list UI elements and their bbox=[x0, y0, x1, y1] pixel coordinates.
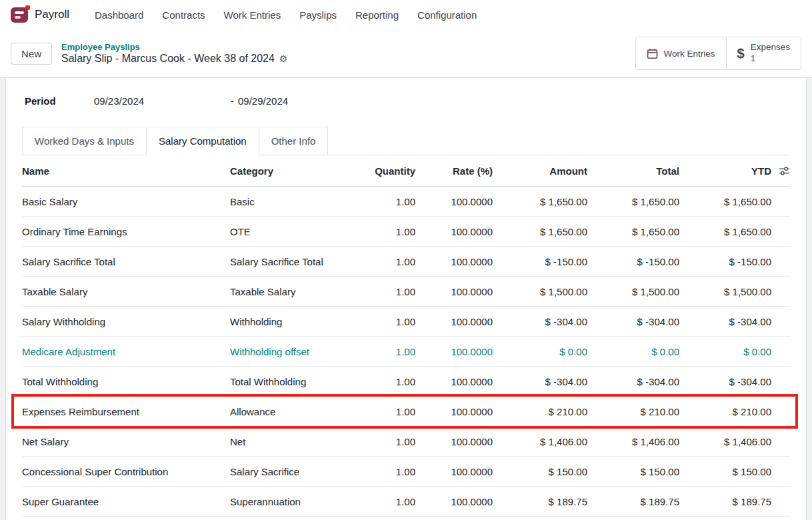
period-end-field[interactable]: 09/29/2024 bbox=[238, 95, 288, 107]
cell-amount: $ -304.00 bbox=[493, 376, 587, 387]
cell-rate: 100.0000 bbox=[415, 196, 493, 207]
content-area: Period 09/23/2024 - 09/29/2024 Worked Da… bbox=[0, 77, 812, 520]
period-label: Period bbox=[25, 95, 94, 107]
cell-category: OTE bbox=[230, 226, 331, 237]
cell-name: Medicare Adjustment bbox=[22, 346, 230, 357]
cell-rate: 100.0000 bbox=[415, 226, 493, 237]
cell-name: Salary Sacrifice Total bbox=[22, 256, 230, 267]
column-header-name[interactable]: Name bbox=[22, 165, 230, 177]
control-panel: New Employee Payslips Salary Slip - Marc… bbox=[0, 29, 812, 77]
cell-amount: $ 210.00 bbox=[493, 406, 587, 417]
table-row[interactable]: Medicare AdjustmentWithholding offset1.0… bbox=[22, 337, 790, 367]
cell-ytd: $ 1,406.00 bbox=[679, 436, 771, 447]
cell-amount: $ 1,650.00 bbox=[493, 196, 587, 207]
cell-quantity: 1.00 bbox=[331, 406, 415, 417]
nav-item-reporting[interactable]: Reporting bbox=[349, 5, 405, 25]
new-button[interactable]: New bbox=[11, 43, 52, 65]
table-row[interactable]: Expenses ReimbursementAllowance1.00100.0… bbox=[22, 397, 790, 427]
table-body: Basic SalaryBasic1.00100.0000$ 1,650.00$… bbox=[22, 187, 790, 517]
expenses-button[interactable]: $ Expenses 1 bbox=[727, 37, 801, 70]
cell-name: Expenses Reimbursement bbox=[22, 406, 230, 417]
cell-total: $ 210.00 bbox=[587, 406, 679, 417]
top-nav: Payroll DashboardContractsWork EntriesPa… bbox=[0, 0, 812, 29]
cell-rate: 100.0000 bbox=[415, 346, 493, 357]
cell-total: $ -304.00 bbox=[587, 376, 679, 387]
cell-ytd: $ 0.00 bbox=[679, 346, 771, 357]
expenses-label: Expenses bbox=[751, 42, 790, 53]
cell-quantity: 1.00 bbox=[331, 346, 415, 357]
table-row[interactable]: Salary Sacrifice TotalSalary Sacrifice T… bbox=[22, 247, 790, 277]
cell-rate: 100.0000 bbox=[415, 436, 493, 447]
notification-dot bbox=[25, 5, 30, 10]
column-header-rate[interactable]: Rate (%) bbox=[415, 165, 493, 177]
table-row[interactable]: Salary WithholdingWithholding1.00100.000… bbox=[22, 307, 790, 337]
work-entries-button[interactable]: Work Entries bbox=[635, 37, 727, 70]
cell-quantity: 1.00 bbox=[331, 376, 415, 387]
nav-item-payslips[interactable]: Payslips bbox=[293, 5, 343, 25]
cell-quantity: 1.00 bbox=[331, 436, 415, 447]
nav-item-configuration[interactable]: Configuration bbox=[411, 5, 483, 25]
cell-quantity: 1.00 bbox=[331, 496, 415, 507]
cell-total: $ 1,650.00 bbox=[587, 226, 679, 237]
table-row[interactable]: Taxable SalaryTaxable Salary1.00100.0000… bbox=[22, 277, 790, 307]
cell-ytd: $ 1,650.00 bbox=[679, 196, 771, 207]
cell-quantity: 1.00 bbox=[331, 316, 415, 327]
period-separator: - bbox=[231, 95, 234, 107]
cell-rate: 100.0000 bbox=[415, 376, 493, 387]
cell-quantity: 1.00 bbox=[331, 466, 415, 477]
cell-quantity: 1.00 bbox=[331, 196, 415, 207]
cell-category: Superannuation bbox=[230, 496, 331, 507]
cell-name: Concessional Super Contribution bbox=[22, 466, 230, 477]
cell-ytd: $ 189.75 bbox=[679, 496, 771, 507]
payroll-app-icon[interactable] bbox=[11, 7, 28, 23]
optional-columns-icon[interactable] bbox=[779, 166, 790, 176]
stat-button-group: Work Entries $ Expenses 1 bbox=[635, 37, 801, 70]
table-row[interactable]: Total WithholdingTotal Withholding1.0010… bbox=[22, 367, 790, 397]
breadcrumb: Employee Payslips Salary Slip - Marcus C… bbox=[61, 42, 287, 65]
cell-quantity: 1.00 bbox=[331, 256, 415, 267]
period-start-field[interactable]: 09/23/2024 bbox=[94, 95, 231, 107]
table-row[interactable]: Ordinary Time EarningsOTE1.00100.0000$ 1… bbox=[22, 217, 790, 247]
cell-rate: 100.0000 bbox=[415, 286, 493, 297]
tab-salary-computation[interactable]: Salary Computation bbox=[147, 127, 259, 155]
cell-amount: $ 0.00 bbox=[493, 346, 587, 357]
cell-ytd: $ -304.00 bbox=[679, 376, 771, 387]
column-header-quantity[interactable]: Quantity bbox=[331, 165, 415, 177]
nav-item-dashboard[interactable]: Dashboard bbox=[88, 5, 150, 25]
table-row[interactable]: Super GuaranteeSuperannuation1.00100.000… bbox=[22, 487, 790, 517]
app-name[interactable]: Payroll bbox=[35, 8, 69, 21]
cell-name: Total Withholding bbox=[22, 376, 230, 387]
nav-item-work-entries[interactable]: Work Entries bbox=[217, 5, 288, 25]
calendar-icon bbox=[647, 48, 658, 59]
table-row[interactable]: Net SalaryNet1.00100.0000$ 1,406.00$ 1,4… bbox=[22, 427, 790, 457]
expenses-count: 1 bbox=[751, 53, 756, 65]
tab-other-info[interactable]: Other Info bbox=[259, 127, 329, 155]
nav-item-contracts[interactable]: Contracts bbox=[155, 5, 211, 25]
cell-total: $ 1,650.00 bbox=[587, 196, 679, 207]
column-header-category[interactable]: Category bbox=[230, 165, 331, 177]
cell-category: Salary Sacrifice bbox=[230, 466, 331, 477]
cell-name: Super Guarantee bbox=[22, 496, 230, 507]
cell-amount: $ 1,500.00 bbox=[493, 286, 587, 297]
cell-amount: $ 189.75 bbox=[493, 496, 587, 507]
column-header-total[interactable]: Total bbox=[587, 165, 679, 177]
optional-columns-cell bbox=[771, 166, 790, 176]
cell-category: Withholding offset bbox=[230, 346, 331, 357]
cell-total: $ -150.00 bbox=[587, 256, 679, 267]
table-row[interactable]: Concessional Super ContributionSalary Sa… bbox=[22, 457, 790, 487]
cell-rate: 100.0000 bbox=[415, 316, 493, 327]
column-header-amount[interactable]: Amount bbox=[493, 165, 587, 177]
gear-icon[interactable]: ⚙ bbox=[279, 54, 288, 63]
table-row[interactable]: Basic SalaryBasic1.00100.0000$ 1,650.00$… bbox=[22, 187, 790, 217]
cell-ytd: $ -304.00 bbox=[679, 316, 771, 327]
tabs: Worked Days & InputsSalary ComputationOt… bbox=[22, 127, 790, 155]
dollar-icon: $ bbox=[737, 46, 745, 61]
work-entries-label: Work Entries bbox=[664, 49, 715, 59]
column-header-ytd[interactable]: YTD bbox=[679, 165, 771, 177]
tab-worked-days-inputs[interactable]: Worked Days & Inputs bbox=[22, 127, 147, 155]
cell-category: Basic bbox=[230, 196, 331, 207]
cell-rate: 100.0000 bbox=[415, 406, 493, 417]
period-row: Period 09/23/2024 - 09/29/2024 bbox=[25, 95, 790, 107]
breadcrumb-parent-link[interactable]: Employee Payslips bbox=[61, 42, 287, 52]
cell-total: $ -304.00 bbox=[587, 316, 679, 327]
